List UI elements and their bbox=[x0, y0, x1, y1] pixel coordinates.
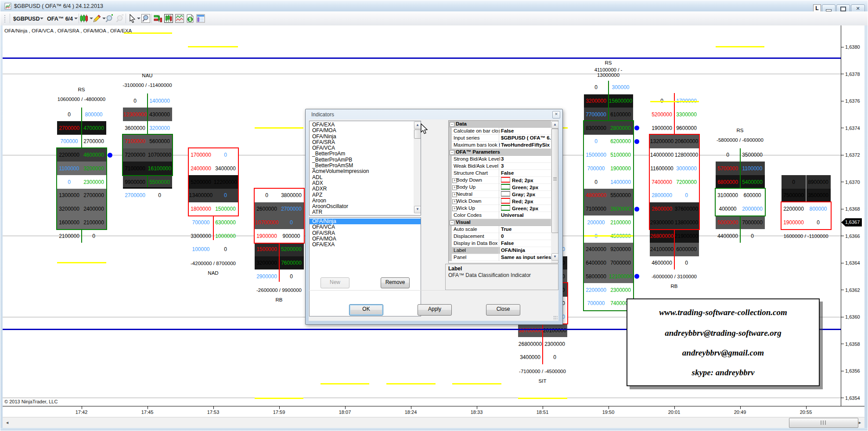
indicator-list-item[interactable]: OFA/VCA bbox=[310, 145, 421, 151]
indicator-list-item[interactable]: ADL bbox=[310, 175, 421, 180]
remove-button[interactable]: Remove bbox=[381, 277, 410, 288]
chart-candles-icon[interactable] bbox=[164, 14, 173, 23]
property-row[interactable]: Displacement0 bbox=[449, 233, 558, 240]
property-grid[interactable]: −DataCalculate on bar closFalseInput ser… bbox=[448, 120, 558, 263]
property-category-row[interactable]: −Data bbox=[449, 121, 558, 128]
property-value[interactable]: 0 bbox=[499, 233, 551, 240]
property-row[interactable]: Weak Bid/Ask Level3 bbox=[449, 163, 558, 170]
apply-button[interactable]: Apply bbox=[418, 304, 452, 316]
pencil-draw-icon[interactable] bbox=[93, 14, 101, 23]
dialog-resize-grip[interactable] bbox=[553, 316, 558, 320]
property-row[interactable]: Label OFA/Ninja bbox=[449, 247, 558, 254]
scroll-up-button[interactable]: ▲ bbox=[414, 122, 421, 129]
indicator-list-item[interactable]: OFA/Ninja bbox=[310, 219, 421, 224]
horizontal-scrollbar[interactable]: ◄ ► bbox=[3, 417, 864, 428]
property-row[interactable]: Color CodesUniversal bbox=[449, 212, 558, 219]
scroll-up-button[interactable]: ▲ bbox=[551, 121, 558, 129]
indicator-list-item[interactable]: AcmeVolumeImpression bbox=[310, 169, 421, 174]
property-row[interactable]: Maximum bars look bTwoHundredFiftySix bbox=[449, 142, 558, 149]
property-row[interactable]: +Body DownRed; 2px bbox=[449, 177, 558, 184]
scroll-left-button[interactable]: ◄ bbox=[4, 418, 11, 427]
property-row[interactable]: Display in Data BoxFalse bbox=[449, 240, 558, 247]
scrollbar-thumb[interactable] bbox=[789, 418, 858, 428]
line-chart-icon[interactable] bbox=[175, 14, 184, 23]
property-value[interactable]: $GBPUSD ( OFA™ 6. bbox=[499, 135, 551, 141]
indicator-list-item[interactable]: OFA/MOA bbox=[310, 128, 421, 133]
indicator-list-item[interactable]: OFA/MOA bbox=[310, 236, 421, 242]
time-axis[interactable]: 17:4217:4517:5317:5918:0718:2418:3318:51… bbox=[3, 406, 864, 417]
property-row[interactable]: Calculate on bar closFalse bbox=[449, 128, 558, 135]
available-indicators-list[interactable]: OFA/EXAOFA/MOAOFA/NinjaOFA/SRAOFA/VCA_Be… bbox=[309, 121, 421, 216]
instrument-caret-icon[interactable] bbox=[40, 18, 43, 19]
scrollbar-thumb[interactable] bbox=[414, 129, 421, 139]
property-value[interactable]: Green; 2px bbox=[499, 205, 551, 212]
period-selector[interactable]: OFA™ 6/4 bbox=[47, 16, 73, 22]
property-value[interactable]: False bbox=[499, 170, 551, 176]
indicator-list-item[interactable]: OFA/EXA bbox=[310, 122, 421, 128]
indicator-list-item[interactable]: OFA/EXA bbox=[310, 242, 421, 248]
ok-button[interactable]: OK bbox=[349, 304, 383, 316]
property-value[interactable]: Universal bbox=[499, 212, 551, 219]
property-value[interactable]: Red; 2px bbox=[499, 177, 551, 184]
property-value[interactable]: False bbox=[499, 128, 551, 134]
indicator-list-item[interactable]: _BetterProAmSM bbox=[310, 163, 421, 169]
property-value[interactable]: True bbox=[499, 226, 551, 233]
property-row[interactable]: +Wick DownRed; 2px bbox=[449, 198, 558, 205]
candlestick-style-icon[interactable] bbox=[79, 14, 88, 23]
data-grid-window-icon[interactable] bbox=[196, 14, 205, 23]
property-value[interactable]: OFA/Ninja bbox=[499, 247, 551, 254]
property-row[interactable]: Input series$GBPUSD ( OFA™ 6. bbox=[449, 135, 558, 142]
applied-indicators-list[interactable]: OFA/NinjaOFA/VCAOFA/SRAOFA/MOAOFA/EXA bbox=[309, 217, 421, 316]
indicator-list-item[interactable]: OFA/SRA bbox=[310, 230, 421, 236]
indicator-list-item[interactable]: OFA/SRA bbox=[310, 140, 421, 145]
scroll-right-button[interactable]: ► bbox=[856, 418, 864, 427]
property-value[interactable]: False bbox=[499, 240, 551, 247]
indicator-list-item[interactable]: ADX bbox=[310, 180, 421, 186]
price-axis[interactable] bbox=[841, 25, 841, 406]
cursor-pointer-icon[interactable] bbox=[128, 14, 137, 23]
property-value[interactable]: Red; 2px bbox=[499, 198, 551, 205]
indicator-list-item[interactable]: APZ bbox=[310, 192, 421, 198]
zoom-out-icon[interactable] bbox=[116, 14, 125, 23]
property-value[interactable]: Gray; 2px bbox=[499, 191, 551, 198]
indicator-list-item[interactable]: _BetterProAm bbox=[310, 151, 421, 157]
property-row[interactable]: Strong Bid/Ask Level3 bbox=[449, 156, 558, 163]
window-titlebar[interactable]: $GBPUSD ( OFA™ 6/4 ) 24.12.2013 L ✕ bbox=[0, 0, 868, 12]
scroll-down-button[interactable]: ▼ bbox=[414, 206, 421, 213]
indicator-list-item[interactable]: OFA/Ninja bbox=[310, 134, 421, 140]
indicator-list-item[interactable]: _BetterProAmPB bbox=[310, 157, 421, 163]
indicator-list-item[interactable]: Aroon bbox=[310, 198, 421, 204]
property-row[interactable]: +Body UpGreen; 2px bbox=[449, 184, 558, 191]
scroll-down-button[interactable]: ▼ bbox=[551, 253, 558, 261]
zoom-in-icon[interactable] bbox=[105, 14, 114, 23]
property-row[interactable]: Structure ChartFalse bbox=[449, 170, 558, 177]
property-category-row[interactable]: −Visual bbox=[449, 219, 558, 226]
indicator-list-item[interactable]: ADXR bbox=[310, 186, 421, 192]
property-row[interactable]: PanelSame as input series bbox=[449, 254, 558, 261]
property-value[interactable]: 3 bbox=[499, 163, 551, 169]
property-row[interactable]: Auto scaleTrue bbox=[449, 226, 558, 233]
property-row[interactable]: +NeutralGray; 2px bbox=[449, 191, 558, 198]
scrollbar-thumb[interactable] bbox=[551, 129, 558, 233]
period-caret-icon[interactable] bbox=[74, 18, 78, 19]
indicator-list-item[interactable]: OFA/VCA bbox=[310, 224, 421, 230]
property-value[interactable]: Green; 2px bbox=[499, 184, 551, 191]
property-value[interactable]: Same as input series bbox=[499, 254, 551, 261]
property-category-row[interactable]: −OFA™ Parameters bbox=[449, 149, 558, 156]
dialog-close-button[interactable]: ✕ bbox=[552, 111, 560, 119]
close-button[interactable]: Close bbox=[486, 304, 520, 316]
indicator-list-item[interactable]: AroonOscillator bbox=[310, 204, 421, 209]
new-button[interactable]: New bbox=[321, 277, 349, 288]
toolbar-grip[interactable] bbox=[4, 14, 6, 22]
cursor-caret-icon[interactable] bbox=[137, 18, 140, 19]
property-value[interactable]: 3 bbox=[499, 156, 551, 162]
property-value[interactable]: TwoHundredFiftySix bbox=[499, 142, 551, 148]
magnifier-icon[interactable] bbox=[141, 14, 150, 23]
indicator-list-item[interactable]: ATR bbox=[310, 209, 421, 215]
account-dollar-icon[interactable]: $ bbox=[186, 14, 194, 23]
instrument-selector[interactable]: $GBPUSD bbox=[13, 16, 40, 22]
property-grid-scrollbar[interactable]: ▲▼ bbox=[551, 121, 558, 263]
market-analyzer-icon[interactable] bbox=[154, 14, 162, 23]
property-row[interactable]: +Wick UpGreen; 2px bbox=[449, 205, 558, 212]
list-scrollbar[interactable]: ▲▼ bbox=[414, 121, 421, 213]
